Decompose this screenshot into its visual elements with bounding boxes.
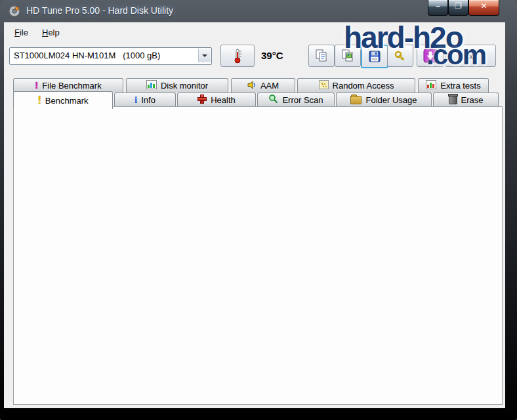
benchmark-page [13,106,503,405]
maximize-button[interactable]: ❐ [448,0,468,16]
tab-label: Health [211,95,236,105]
save-button[interactable] [361,45,388,68]
temperature-value: 39°C [261,50,283,61]
maximize-icon: ❐ [455,0,462,13]
scatter-icon [319,80,329,91]
exit-button-label: Exit [463,51,478,61]
health-cross-icon [197,94,207,106]
copy-text-button[interactable] [308,45,335,67]
drive-selector-value: ST1000LM024 HN-M101M (1000 gB) [14,48,160,63]
exclamation-gold-icon: ! [37,96,41,106]
app-icon [8,5,21,18]
speaker-icon [247,81,257,91]
tab-extra-tests[interactable]: Extra tests [418,78,489,93]
tab-error-scan[interactable]: Error Scan [257,93,335,106]
tab-label: Benchmark [45,96,89,106]
thermometer-icon [232,48,243,64]
options-icon [394,49,407,62]
temperature-button[interactable] [220,45,255,67]
menu-help[interactable]: Help [38,26,64,39]
minimize-button[interactable]: – [428,0,448,16]
tab-label: Folder Usage [365,95,417,105]
exit-button[interactable]: Exit [445,45,496,67]
tab-benchmark[interactable]: !Benchmark [13,91,113,109]
download-icon [423,49,438,63]
tab-label: Disk monitor [161,81,208,91]
tab-label: Info [141,95,155,105]
tab-folder-usage[interactable]: Folder Usage [336,93,432,106]
tab-label: File Benchmark [42,81,101,91]
tab-random-access[interactable]: Random Access [297,78,415,93]
exclamation-pink-icon: ! [35,81,38,91]
tab-health[interactable]: Health [177,93,256,106]
tab-disk-monitor[interactable]: Disk monitor [126,78,228,93]
close-icon: ✕ [480,0,487,13]
folder-icon [350,94,362,106]
chevron-down-icon [198,49,211,62]
tab-file-benchmark[interactable]: !File Benchmark [13,78,123,93]
magnifier-icon [268,94,278,106]
tab-label: AAM [260,81,279,91]
trash-icon [449,94,457,106]
menu-file[interactable]: File [10,26,32,39]
download-button[interactable] [417,45,444,67]
drive-selector[interactable]: ST1000LM024 HN-M101M (1000 gB) [9,47,212,65]
tab-label: Random Access [333,81,394,91]
tab-label: Error Scan [282,95,323,105]
tab-label: Erase [461,95,484,105]
title-bar[interactable]: HD Tune Pro 5.00 - Hard Disk Utility – ❐… [0,0,517,22]
copy-text-icon [316,49,327,62]
tab-label: Extra tests [440,81,480,91]
chart-extra-icon [426,80,436,91]
tab-info[interactable]: iInfo [114,93,176,106]
window-title: HD Tune Pro 5.00 - Hard Disk Utility [26,5,173,16]
close-button[interactable]: ✕ [468,0,499,16]
app-window: HD Tune Pro 5.00 - Hard Disk Utility – ❐… [0,0,517,420]
copy-image-icon [342,49,354,62]
copy-image-button[interactable] [335,45,361,67]
save-icon [369,51,381,62]
minimize-icon: – [436,0,440,13]
tab-aam[interactable]: AAM [231,78,295,93]
tab-erase[interactable]: Erase [433,93,499,106]
info-icon: i [134,94,137,106]
bar-chart-icon [146,80,157,91]
options-button[interactable] [387,45,413,67]
